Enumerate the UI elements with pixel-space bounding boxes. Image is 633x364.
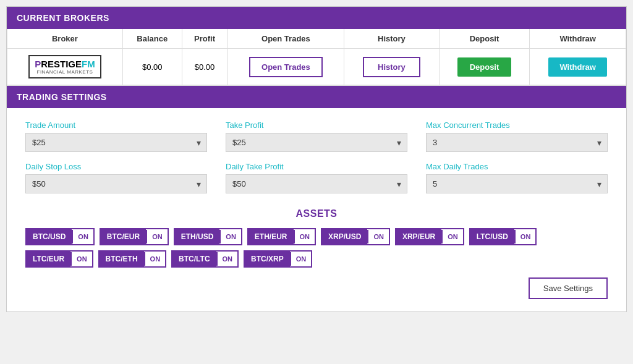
open-trades-button[interactable]: Open Trades bbox=[249, 57, 323, 77]
col-deposit: Deposit bbox=[439, 29, 530, 49]
save-settings-button[interactable]: Save Settings bbox=[529, 277, 608, 299]
asset-name: LTC/EUR bbox=[27, 252, 70, 266]
trade-amount-select-wrapper: $25$50$100 bbox=[25, 133, 207, 152]
asset-item: LTC/EUR ON bbox=[25, 250, 93, 268]
balance-cell: $0.00 bbox=[122, 49, 182, 86]
asset-item: XRP/EUR ON bbox=[395, 228, 464, 245]
settings-content: Trade Amount $25$50$100 Take Profit $25$… bbox=[7, 108, 626, 311]
asset-name: XRP/USD bbox=[322, 229, 367, 244]
withdraw-button[interactable]: Withdraw bbox=[548, 57, 606, 77]
asset-toggle-button[interactable]: ON bbox=[367, 230, 389, 243]
col-open-trades: Open Trades bbox=[227, 29, 344, 49]
trading-settings-section: TRADING SETTINGS Trade Amount $25$50$100… bbox=[7, 86, 626, 311]
broker-logo: PRESTIGEFM FINANCIAL MARKETS bbox=[28, 55, 101, 78]
main-container: CURRENT BROKERS Broker Balance Profit Op… bbox=[6, 6, 627, 312]
assets-grid: BTC/USD ON BTC/EUR ON ETH/USD ON ETH/EUR… bbox=[25, 228, 608, 268]
daily-stop-loss-group: Daily Stop Loss $25$50$100 bbox=[25, 162, 207, 193]
withdraw-cell: Withdraw bbox=[530, 49, 626, 86]
take-profit-select[interactable]: $25$50$100 bbox=[226, 133, 407, 152]
asset-item: BTC/USD ON bbox=[25, 228, 95, 245]
max-daily-trades-select-wrapper: 12345 bbox=[426, 174, 608, 193]
asset-name: BTC/ETH bbox=[100, 252, 144, 266]
max-daily-trades-select[interactable]: 12345 bbox=[426, 174, 608, 193]
asset-item: BTC/LTC ON bbox=[171, 250, 239, 268]
assets-title: ASSETS bbox=[25, 208, 608, 219]
history-cell: History bbox=[344, 49, 440, 86]
max-concurrent-trades-group: Max Concurrent Trades 12345 bbox=[426, 121, 608, 152]
broker-name: PRESTIGEFM bbox=[35, 59, 95, 69]
trade-amount-group: Trade Amount $25$50$100 bbox=[25, 121, 207, 152]
daily-take-profit-label: Daily Take Profit bbox=[226, 162, 407, 171]
open-trades-cell: Open Trades bbox=[227, 49, 344, 86]
col-balance: Balance bbox=[122, 29, 182, 49]
asset-toggle-button[interactable]: ON bbox=[72, 230, 93, 243]
col-withdraw: Withdraw bbox=[530, 29, 626, 49]
broker-subtitle: FINANCIAL MARKETS bbox=[35, 69, 95, 75]
asset-toggle-button[interactable]: ON bbox=[144, 252, 166, 266]
asset-toggle-button[interactable]: ON bbox=[146, 230, 168, 243]
brokers-table: Broker Balance Profit Open Trades Histor… bbox=[7, 29, 626, 86]
trade-amount-label: Trade Amount bbox=[25, 121, 207, 130]
deposit-button[interactable]: Deposit bbox=[457, 57, 512, 77]
col-broker: Broker bbox=[7, 29, 123, 49]
asset-name: ETH/USD bbox=[175, 229, 220, 244]
asset-name: BTC/USD bbox=[27, 229, 72, 244]
asset-toggle-button[interactable]: ON bbox=[290, 252, 312, 266]
broker-logo-cell: PRESTIGEFM FINANCIAL MARKETS bbox=[7, 49, 123, 86]
trade-amount-select[interactable]: $25$50$100 bbox=[25, 133, 207, 152]
deposit-cell: Deposit bbox=[439, 49, 530, 86]
daily-stop-loss-select[interactable]: $25$50$100 bbox=[25, 174, 207, 193]
asset-item: ETH/EUR ON bbox=[247, 228, 316, 245]
trading-settings-header: TRADING SETTINGS bbox=[7, 86, 626, 108]
asset-name: LTC/USD bbox=[470, 229, 514, 244]
asset-name: XRP/EUR bbox=[396, 229, 441, 244]
asset-name: BTC/EUR bbox=[101, 229, 146, 244]
asset-item: ETH/USD ON bbox=[174, 228, 242, 245]
save-settings-row: Save Settings bbox=[25, 277, 608, 299]
col-profit: Profit bbox=[182, 29, 227, 49]
asset-toggle-button[interactable]: ON bbox=[219, 230, 241, 243]
asset-toggle-button[interactable]: ON bbox=[294, 230, 315, 243]
max-daily-trades-label: Max Daily Trades bbox=[426, 162, 608, 171]
daily-take-profit-select[interactable]: $25$50$100 bbox=[226, 174, 407, 193]
asset-toggle-button[interactable]: ON bbox=[216, 252, 238, 266]
asset-item: LTC/USD ON bbox=[469, 228, 537, 245]
asset-name: BTC/LTC bbox=[172, 252, 216, 266]
history-button[interactable]: History bbox=[363, 57, 420, 77]
asset-item: XRP/USD ON bbox=[321, 228, 390, 245]
max-daily-trades-group: Max Daily Trades 12345 bbox=[426, 162, 608, 193]
take-profit-select-wrapper: $25$50$100 bbox=[226, 133, 407, 152]
max-concurrent-trades-select[interactable]: 12345 bbox=[426, 133, 608, 152]
col-history: History bbox=[344, 29, 440, 49]
max-concurrent-trades-label: Max Concurrent Trades bbox=[426, 121, 608, 130]
asset-name: ETH/EUR bbox=[249, 229, 294, 244]
daily-take-profit-select-wrapper: $25$50$100 bbox=[226, 174, 407, 193]
daily-take-profit-group: Daily Take Profit $25$50$100 bbox=[226, 162, 407, 193]
asset-item: BTC/XRP ON bbox=[244, 250, 312, 268]
settings-grid: Trade Amount $25$50$100 Take Profit $25$… bbox=[25, 121, 608, 193]
take-profit-group: Take Profit $25$50$100 bbox=[226, 121, 407, 152]
asset-toggle-button[interactable]: ON bbox=[514, 230, 536, 243]
take-profit-label: Take Profit bbox=[226, 121, 407, 130]
profit-cell: $0.00 bbox=[182, 49, 227, 86]
daily-stop-loss-select-wrapper: $25$50$100 bbox=[25, 174, 207, 193]
daily-stop-loss-label: Daily Stop Loss bbox=[25, 162, 207, 171]
broker-row: PRESTIGEFM FINANCIAL MARKETS $0.00 $0.00… bbox=[7, 49, 626, 86]
max-concurrent-trades-select-wrapper: 12345 bbox=[426, 133, 608, 152]
current-brokers-header: CURRENT BROKERS bbox=[7, 7, 626, 29]
asset-toggle-button[interactable]: ON bbox=[70, 252, 92, 266]
asset-toggle-button[interactable]: ON bbox=[441, 230, 463, 243]
asset-item: BTC/ETH ON bbox=[98, 250, 167, 268]
asset-name: BTC/XRP bbox=[245, 252, 290, 266]
asset-item: BTC/EUR ON bbox=[100, 228, 169, 245]
